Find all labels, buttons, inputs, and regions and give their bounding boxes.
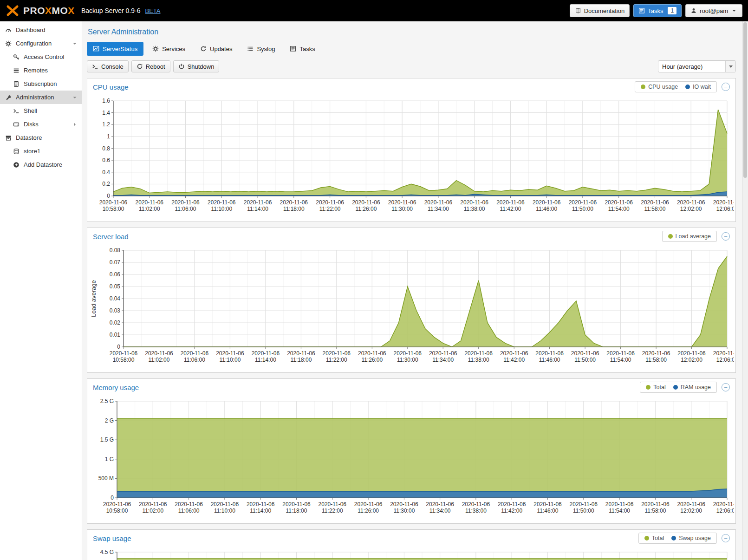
collapse-panel-button[interactable]: − xyxy=(722,83,730,91)
sidebar-item-add-datastore[interactable]: Add Datastore xyxy=(0,158,82,171)
svg-text:2020-11-06: 2020-11-06 xyxy=(464,350,493,357)
svg-text:11:02:00: 11:02:00 xyxy=(142,508,163,514)
tab-label: Tasks xyxy=(299,46,315,52)
console-icon xyxy=(92,63,98,70)
svg-text:11:06:00: 11:06:00 xyxy=(184,357,205,363)
svg-text:0: 0 xyxy=(111,495,114,501)
svg-text:11:34:00: 11:34:00 xyxy=(429,508,451,514)
svg-text:1.5 G: 1.5 G xyxy=(100,436,114,443)
svg-text:11:54:00: 11:54:00 xyxy=(610,357,631,363)
sidebar-item-store1[interactable]: store1 xyxy=(0,144,82,158)
svg-text:11:38:00: 11:38:00 xyxy=(468,357,489,363)
svg-text:11:50:00: 11:50:00 xyxy=(572,206,593,212)
sidebar-item-administration[interactable]: Administration xyxy=(0,91,82,104)
sidebar-item-configuration[interactable]: Configuration xyxy=(0,37,82,50)
legend-item: Total xyxy=(646,384,665,391)
documentation-button[interactable]: Documentation xyxy=(570,4,630,17)
disk-icon xyxy=(13,121,20,128)
svg-text:11:26:00: 11:26:00 xyxy=(358,508,379,514)
user-menu-button[interactable]: root@pam xyxy=(685,4,742,17)
gears-icon xyxy=(5,40,12,47)
sidebar-item-datastore[interactable]: Datastore xyxy=(0,131,82,144)
legend-label: CPU usage xyxy=(648,84,678,90)
svg-text:2020-11-06: 2020-11-06 xyxy=(498,501,526,508)
svg-text:2020-11-06: 2020-11-06 xyxy=(641,199,669,206)
svg-text:0.01: 0.01 xyxy=(110,332,121,338)
collapse-panel-button[interactable]: − xyxy=(722,383,730,391)
legend-label: IO wait xyxy=(693,84,711,90)
svg-text:11:14:00: 11:14:00 xyxy=(250,508,271,514)
chart-legend: TotalSwap usage xyxy=(638,533,717,544)
svg-text:0.07: 0.07 xyxy=(110,259,121,266)
reboot-button[interactable]: Reboot xyxy=(131,60,170,72)
product-version: Backup Server 0.9-6 xyxy=(81,7,141,14)
svg-text:11:38:00: 11:38:00 xyxy=(464,206,485,212)
book-icon xyxy=(575,7,581,14)
gears-icon xyxy=(152,46,159,52)
cpu-usage-chart: 2020-11-0610:58:002020-11-0611:02:002020… xyxy=(88,96,734,220)
legend-item: RAM usage xyxy=(673,384,711,391)
svg-text:2020-11-06: 2020-11-06 xyxy=(569,199,597,206)
panel-title: Swap usage xyxy=(93,534,131,542)
svg-text:2020-11-06: 2020-11-06 xyxy=(280,199,308,206)
tab-serverstatus[interactable]: ServerStatus xyxy=(87,42,143,56)
svg-text:2020-11-06: 2020-11-06 xyxy=(496,199,525,206)
timeframe-select[interactable]: Hour (average) xyxy=(658,60,736,72)
svg-text:2020-11-06: 2020-11-06 xyxy=(244,199,272,206)
svg-text:0.6: 0.6 xyxy=(102,157,110,163)
memory-usage-chart: 2020-11-0610:58:002020-11-0611:02:002020… xyxy=(88,397,734,521)
svg-text:0.06: 0.06 xyxy=(110,271,121,278)
vertical-scrollbar[interactable] xyxy=(742,21,748,560)
caret-right-icon[interactable] xyxy=(72,121,78,128)
header-actions: Documentation Tasks 1 root@pam xyxy=(570,4,742,17)
svg-text:0: 0 xyxy=(117,344,120,350)
legend-dot-icon xyxy=(685,85,690,89)
legend-item: Total xyxy=(644,535,664,541)
chart-panels: CPU usage CPU usageIO wait − 2020-11-061… xyxy=(87,78,736,560)
caret-down-icon[interactable] xyxy=(72,40,78,47)
chart-legend: Load average xyxy=(662,231,717,242)
tasks-button[interactable]: Tasks 1 xyxy=(633,4,682,17)
legend-item: IO wait xyxy=(685,84,711,90)
shutdown-button[interactable]: Shutdown xyxy=(173,60,220,72)
sidebar-item-remotes[interactable]: Remotes xyxy=(0,64,82,77)
legend-label: Load average xyxy=(676,233,711,240)
brand-wordmark: PROXMOX xyxy=(23,5,75,16)
refresh-icon xyxy=(200,46,207,52)
tab-tasks[interactable]: Tasks xyxy=(284,42,321,56)
sidebar-item-access-control[interactable]: Access Control xyxy=(0,50,82,64)
svg-text:12:06:00: 12:06:00 xyxy=(716,206,734,212)
svg-text:2020-11-06: 2020-11-06 xyxy=(181,350,209,357)
sidebar-item-label: Remotes xyxy=(24,67,48,74)
svg-text:11:42:00: 11:42:00 xyxy=(503,357,525,363)
collapse-panel-button[interactable]: − xyxy=(722,534,730,542)
caret-down-icon[interactable] xyxy=(725,61,735,72)
beta-link[interactable]: BETA xyxy=(145,7,161,14)
svg-text:2020-11-06: 2020-11-06 xyxy=(390,501,418,508)
console-label: Console xyxy=(101,63,124,70)
server-load-panel: Server load Load average − 2020-11-0610:… xyxy=(87,228,736,373)
sidebar-item-disks[interactable]: Disks xyxy=(0,117,82,131)
svg-text:0.08: 0.08 xyxy=(110,247,121,254)
collapse-panel-button[interactable]: − xyxy=(722,232,730,241)
svg-text:2020-11-06: 2020-11-06 xyxy=(211,501,239,508)
tab-services[interactable]: Services xyxy=(146,42,191,56)
sidebar-item-label: Dashboard xyxy=(16,26,46,33)
svg-text:11:02:00: 11:02:00 xyxy=(149,357,170,363)
svg-text:0.4: 0.4 xyxy=(102,169,110,176)
svg-text:2020-11-06: 2020-11-06 xyxy=(677,501,705,508)
svg-text:11:18:00: 11:18:00 xyxy=(286,508,307,514)
sidebar-item-shell[interactable]: Shell xyxy=(0,104,82,117)
tab-syslog[interactable]: Syslog xyxy=(241,42,281,56)
caret-down-icon[interactable] xyxy=(72,94,78,101)
sidebar-item-subscription[interactable]: Subscription xyxy=(0,77,82,91)
sidebar-item-dashboard[interactable]: Dashboard xyxy=(0,23,82,37)
console-button[interactable]: Console xyxy=(87,60,129,72)
scrollbar-thumb[interactable] xyxy=(743,22,747,178)
svg-text:11:34:00: 11:34:00 xyxy=(432,357,454,363)
list-icon xyxy=(247,46,254,52)
sidebar-item-label: Access Control xyxy=(24,53,64,60)
svg-text:2020-11-06: 2020-11-06 xyxy=(287,350,315,357)
tab-updates[interactable]: Updates xyxy=(194,42,238,56)
svg-text:10:58:00: 10:58:00 xyxy=(103,206,124,212)
